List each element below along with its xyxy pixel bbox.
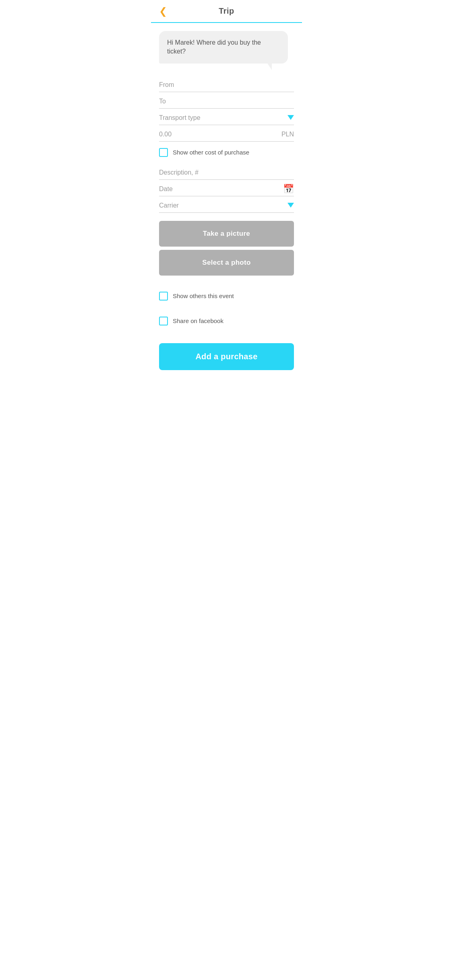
add-purchase-button[interactable]: Add a purchase [159, 343, 294, 370]
date-field-group: 📅 [159, 180, 294, 196]
currency-label: PLN [281, 131, 294, 138]
show-event-checkbox[interactable] [159, 292, 168, 301]
take-picture-button[interactable]: Take a picture [159, 221, 294, 247]
show-event-label: Show others this event [173, 292, 234, 299]
transport-type-wrapper [159, 114, 294, 121]
carrier-field-group [159, 196, 294, 213]
share-facebook-row: Share on facebook [159, 310, 294, 332]
main-content: Hi Marek! Where did you buy the ticket? … [151, 23, 302, 378]
price-input[interactable] [159, 131, 240, 138]
back-button[interactable]: ❮ [159, 6, 167, 16]
show-cost-row: Show other cost of purchase [159, 142, 294, 163]
from-field-group [159, 76, 294, 92]
to-field-group [159, 92, 294, 109]
description-input[interactable] [159, 169, 294, 176]
trip-form: PLN Show other cost of purchase 📅 [159, 76, 294, 213]
show-cost-checkbox[interactable] [159, 148, 168, 157]
carrier-input[interactable] [159, 202, 294, 209]
select-photo-button[interactable]: Select a photo [159, 250, 294, 276]
from-input[interactable] [159, 81, 294, 89]
share-facebook-checkbox[interactable] [159, 317, 168, 325]
date-input[interactable] [159, 185, 294, 193]
social-section: Show others this event Share on facebook [159, 285, 294, 332]
page-title: Trip [219, 6, 234, 16]
transport-type-input[interactable] [159, 114, 294, 121]
carrier-wrapper [159, 202, 294, 209]
transport-type-field-group [159, 109, 294, 125]
chat-bubble: Hi Marek! Where did you buy the ticket? [159, 31, 288, 64]
to-input[interactable] [159, 98, 294, 105]
chat-bubble-text: Hi Marek! Where did you buy the ticket? [167, 39, 261, 55]
show-cost-label: Show other cost of purchase [173, 149, 249, 156]
show-event-row: Show others this event [159, 285, 294, 307]
description-field-group [159, 163, 294, 180]
share-facebook-label: Share on facebook [173, 317, 223, 324]
date-wrapper: 📅 [159, 185, 294, 193]
app-header: ❮ Trip [151, 0, 302, 23]
photo-buttons: Take a picture Select a photo [159, 221, 294, 276]
price-field-group: PLN [159, 125, 294, 142]
